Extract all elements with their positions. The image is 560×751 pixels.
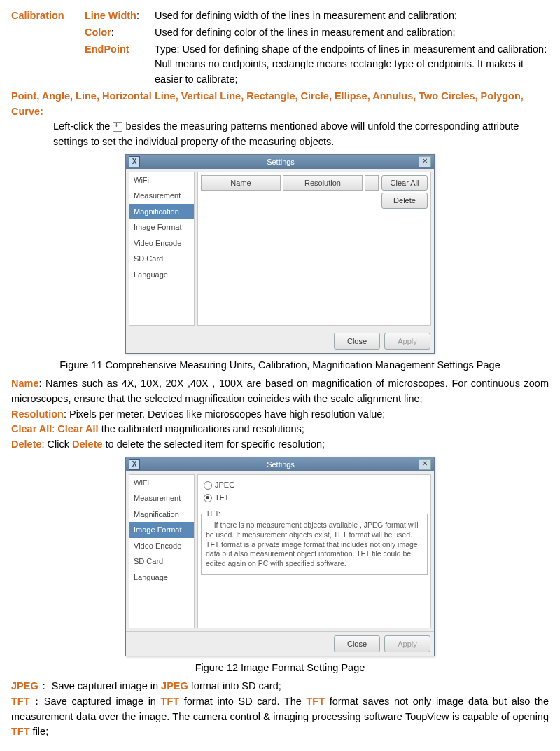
close-icon[interactable]: ✕ [419,156,431,167]
col-name: Name [201,175,281,191]
dialog-titlebar: X Settings ✕ [126,457,434,471]
sidebar-item-measurement[interactable]: Measurement [130,188,194,204]
close-button[interactable]: Close [334,635,380,653]
sidebar-item-video-encode[interactable]: Video Encode [130,538,194,554]
label-color: Color: [85,25,155,41]
close-icon[interactable]: ✕ [419,459,431,470]
expand-icon[interactable] [113,122,122,132]
figure-12-caption: Figure 12 Image Format Setting Page [11,661,549,676]
tft-box-text: If there is no measurement objects avail… [206,521,423,568]
calibration-color-row: Color: Used for defining color of the li… [11,25,549,41]
col-spacer [365,175,379,191]
radio-jpeg[interactable]: JPEG [204,479,428,491]
tft-box-label: TFT: [204,509,222,519]
sidebar-item-language[interactable]: Language [130,267,194,283]
sidebar-item-sd-card[interactable]: SD Card [130,553,194,570]
sidebar-item-magnification[interactable]: Magnification [130,507,194,523]
sidebar-item-sd-card[interactable]: SD Card [130,251,194,267]
sidebar-item-video-encode[interactable]: Video Encode [130,235,194,252]
app-icon: X [129,459,140,470]
text-color: Used for defining color of the lines in … [155,25,549,41]
text-endpoint: Type: Used for defining shape of the end… [155,42,549,88]
radio-icon [204,481,212,490]
clear-all-button[interactable]: Clear All [382,175,428,191]
resolution-desc: Resolution: Pixels per meter. Devices li… [11,407,549,422]
dialog-title: Settings [143,156,419,168]
app-icon: X [129,156,140,167]
clearall-desc: Clear All: Clear All the calibrated magn… [11,422,549,437]
dialog-footer: Close Apply [126,631,434,656]
settings-dialog-magnification: X Settings ✕ WiFi Measurement Magnificat… [125,154,435,354]
radio-icon [204,494,212,502]
sidebar-list: WiFi Measurement Magnification Image For… [129,474,195,628]
col-resolution: Resolution [283,175,363,191]
delete-desc: Delete: Click Delete to delete the selec… [11,437,549,453]
apply-button[interactable]: Apply [384,333,430,350]
sidebar-item-measurement[interactable]: Measurement [130,490,194,507]
image-format-panel: JPEG TFT TFT: If there is no measurement… [197,474,431,628]
settings-dialog-image-format: X Settings ✕ WiFi Measurement Magnificat… [125,457,435,657]
delete-button[interactable]: Delete [382,193,428,209]
dialog-footer: Close Apply [126,329,434,354]
text-linewidth: Used for defining width of the lines in … [155,8,549,24]
calibration-linewidth-row: Calibration Line Width: Used for definin… [11,8,549,24]
apply-button[interactable]: Apply [384,635,430,653]
patterns-list: Point, Angle, Line, Horizontal Line, Ver… [11,89,549,120]
sidebar-item-language[interactable]: Language [130,570,194,586]
jpeg-paragraph: JPEG： Save captured image in JPEG format… [11,679,549,694]
figure-11-caption: Figure 11 Comprehensive Measuring Units,… [11,358,549,373]
heading-calibration: Calibration [11,8,85,24]
sidebar-item-image-format[interactable]: Image Format [130,219,194,235]
tft-paragraph: TFT：Save captured image in TFT format in… [11,694,549,740]
sidebar-item-image-format[interactable]: Image Format [130,522,194,538]
dialog-titlebar: X Settings ✕ [126,155,434,169]
sidebar-item-magnification[interactable]: Magnification [130,204,194,220]
close-button[interactable]: Close [334,333,380,350]
dialog-title: Settings [143,459,419,471]
tft-info-box: TFT: If there is no measurement objects … [201,514,428,575]
sidebar-list: WiFi Measurement Magnification Image For… [129,172,195,326]
calibration-endpoint-row: EndPoint Type: Used for defining shape o… [11,42,549,88]
sidebar-item-wifi[interactable]: WiFi [130,475,194,491]
patterns-desc: Left-click the besides the measuring pat… [53,119,549,150]
label-endpoint: EndPoint [85,42,155,57]
sidebar-item-wifi[interactable]: WiFi [130,172,194,188]
radio-tft[interactable]: TFT [204,492,428,504]
mag-table-header: Name Resolution [201,175,379,191]
label-linewidth: Line Width: [85,8,155,24]
magnification-panel: Name Resolution Clear All Delete [197,172,431,326]
name-desc: Name: Names such as 4X, 10X, 20X ,40X , … [11,376,549,407]
